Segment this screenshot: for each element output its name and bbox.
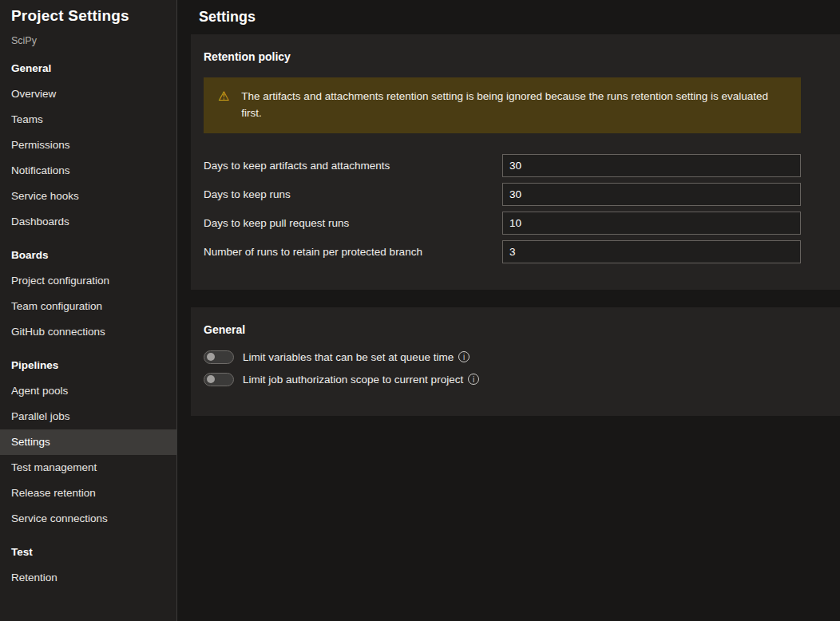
general-card-title: General — [204, 323, 801, 336]
sidebar-item-test-management[interactable]: Test management — [0, 455, 176, 481]
sidebar-item-release-retention[interactable]: Release retention — [0, 481, 176, 506]
sidebar-section-test: Test — [0, 540, 176, 565]
info-icon[interactable]: i — [458, 351, 470, 362]
limit-variables-row: Limit variables that can be set at queue… — [204, 350, 801, 364]
sidebar-item-permissions[interactable]: Permissions — [0, 133, 176, 158]
sidebar-item-retention[interactable]: Retention — [0, 565, 176, 591]
limit-job-scope-label: Limit job authorization scope to current… — [243, 374, 463, 386]
sidebar-section-boards: Boards — [0, 243, 176, 268]
retention-warning-banner: ⚠ The artifacts and attachments retentio… — [204, 77, 801, 133]
sidebar-item-settings[interactable]: Settings — [0, 429, 176, 455]
form-row-pr-runs: Days to keep pull request runs — [204, 212, 801, 235]
form-row-protected-branch: Number of runs to retain per protected b… — [204, 240, 801, 263]
form-row-runs: Days to keep runs — [204, 183, 801, 206]
page-title: Settings — [199, 9, 256, 26]
days-to-keep-artifacts-label: Days to keep artifacts and attachments — [204, 160, 502, 172]
sidebar-section-general: General — [0, 56, 176, 81]
sidebar-item-parallel-jobs[interactable]: Parallel jobs — [0, 404, 176, 429]
sidebar-item-service-hooks[interactable]: Service hooks — [0, 184, 176, 209]
info-icon[interactable]: i — [468, 374, 479, 385]
general-card: General Limit variables that can be set … — [191, 307, 840, 416]
days-to-keep-runs-label: Days to keep runs — [204, 188, 502, 200]
toggle-knob — [207, 353, 215, 361]
sidebar-item-github-connections[interactable]: GitHub connections — [0, 319, 176, 345]
sidebar-title: Project Settings — [11, 7, 165, 25]
days-to-keep-artifacts-input[interactable] — [502, 154, 801, 177]
limit-job-scope-row: Limit job authorization scope to current… — [204, 373, 801, 386]
form-row-artifacts: Days to keep artifacts and attachments — [204, 154, 801, 177]
warning-icon: ⚠ — [218, 89, 229, 105]
sidebar-item-team-configuration[interactable]: Team configuration — [0, 294, 176, 319]
limit-variables-toggle[interactable] — [204, 350, 234, 364]
runs-per-protected-branch-input[interactable] — [502, 240, 801, 263]
runs-per-protected-branch-label: Number of runs to retain per protected b… — [204, 246, 502, 258]
retention-policy-card: Retention policy ⚠ The artifacts and att… — [191, 34, 840, 290]
days-to-keep-pr-runs-input[interactable] — [502, 212, 801, 235]
sidebar-item-overview[interactable]: Overview — [0, 81, 176, 107]
toggle-knob — [207, 375, 215, 383]
project-name: SciPy — [11, 35, 165, 46]
days-to-keep-pr-runs-label: Days to keep pull request runs — [204, 217, 502, 229]
warning-message: The artifacts and attachments retention … — [241, 89, 768, 122]
sidebar-item-notifications[interactable]: Notifications — [0, 158, 176, 184]
retention-policy-title: Retention policy — [204, 50, 801, 63]
sidebar-item-teams[interactable]: Teams — [0, 107, 176, 133]
limit-variables-label: Limit variables that can be set at queue… — [243, 351, 454, 363]
sidebar-item-agent-pools[interactable]: Agent pools — [0, 378, 176, 404]
project-settings-sidebar: Project Settings SciPy General Overview … — [0, 0, 177, 621]
settings-main-content: Settings Retention policy ⚠ The artifact… — [178, 0, 840, 621]
sidebar-section-pipelines: Pipelines — [0, 353, 176, 378]
sidebar-nav: General Overview Teams Permissions Notif… — [0, 56, 176, 591]
sidebar-item-dashboards[interactable]: Dashboards — [0, 209, 176, 235]
sidebar-item-project-configuration[interactable]: Project configuration — [0, 268, 176, 294]
sidebar-item-service-connections[interactable]: Service connections — [0, 506, 176, 532]
days-to-keep-runs-input[interactable] — [502, 183, 801, 206]
limit-job-scope-toggle[interactable] — [204, 373, 234, 386]
